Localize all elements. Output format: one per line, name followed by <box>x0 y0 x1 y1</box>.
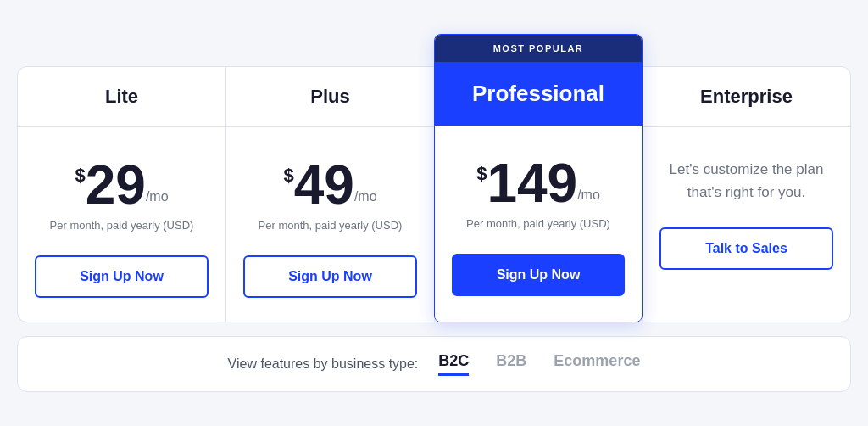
plan-card-professional: MOST POPULAR Professional $ 149 /mo Per … <box>434 34 643 322</box>
price-amount-professional: 149 <box>487 156 577 210</box>
tab-ecommerce[interactable]: Ecommerce <box>554 352 640 376</box>
price-amount-lite: 29 <box>86 158 146 212</box>
plan-header-enterprise: Enterprise <box>643 67 850 127</box>
price-note-professional: Per month, paid yearly (USD) <box>466 217 610 230</box>
tab-b2c[interactable]: B2C <box>438 352 469 376</box>
plan-card-plus: Plus $ 49 /mo Per month, paid yearly (US… <box>225 66 434 322</box>
price-note-lite: Per month, paid yearly (USD) <box>50 219 194 232</box>
business-type-label: View features by business type: <box>228 356 419 372</box>
plan-header-plus: Plus <box>226 67 434 127</box>
tab-b2b[interactable]: B2B <box>496 352 526 376</box>
plan-body-professional: $ 149 /mo Per month, paid yearly (USD) S… <box>435 126 642 322</box>
talk-to-sales-button[interactable]: Talk to Sales <box>659 227 833 270</box>
signup-button-professional[interactable]: Sign Up Now <box>452 254 625 296</box>
business-tabs: B2C B2B Ecommerce <box>438 352 640 376</box>
enterprise-description: Let's customize the plan that's right fo… <box>659 158 833 204</box>
business-type-bar: View features by business type: B2C B2B … <box>17 336 851 392</box>
price-amount-plus: 49 <box>294 158 354 212</box>
plan-card-enterprise: Enterprise Let's customize the plan that… <box>643 66 851 322</box>
price-dollar-professional: $ <box>476 165 487 183</box>
featured-badge: MOST POPULAR <box>435 35 642 62</box>
signup-button-lite[interactable]: Sign Up Now <box>35 255 209 298</box>
plan-body-plus: $ 49 /mo Per month, paid yearly (USD) Si… <box>226 127 434 322</box>
signup-button-plus[interactable]: Sign Up Now <box>243 255 417 298</box>
plan-header-professional: Professional <box>435 62 642 126</box>
plan-header-lite: Lite <box>18 67 225 127</box>
plan-body-lite: $ 29 /mo Per month, paid yearly (USD) Si… <box>18 127 225 322</box>
price-period-professional: /mo <box>577 188 600 202</box>
plan-card-lite: Lite $ 29 /mo Per month, paid yearly (US… <box>17 66 225 322</box>
price-period-lite: /mo <box>146 190 169 204</box>
price-note-plus: Per month, paid yearly (USD) <box>259 219 403 232</box>
price-dollar-plus: $ <box>283 166 293 185</box>
price-period-plus: /mo <box>354 190 377 204</box>
price-dollar-lite: $ <box>75 166 85 185</box>
plan-body-enterprise: Let's customize the plan that's right fo… <box>643 127 850 294</box>
